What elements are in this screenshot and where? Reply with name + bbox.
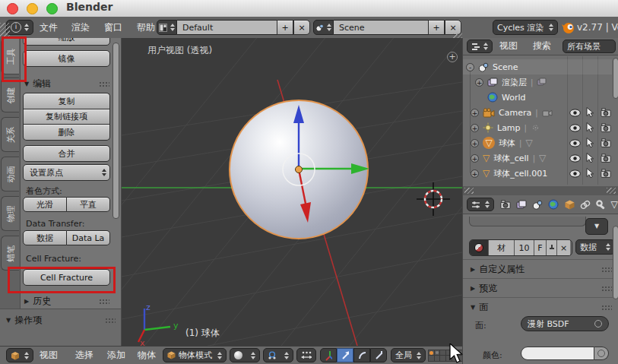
manipulator-scale-toggle[interactable] bbox=[370, 348, 387, 362]
properties-scrollbar[interactable] bbox=[613, 226, 618, 299]
material-fake-user-button[interactable]: F bbox=[534, 240, 546, 255]
expand-icon[interactable]: + bbox=[471, 109, 479, 117]
material-specials-menu[interactable]: ▼ bbox=[585, 218, 608, 235]
panel-grip[interactable] bbox=[601, 305, 612, 310]
color-swatch-field[interactable] bbox=[521, 347, 594, 360]
duplicate-button[interactable]: 复制 bbox=[23, 93, 110, 109]
material-users-button[interactable]: 10 bbox=[514, 240, 534, 255]
outliner-row-sphere[interactable]: + ▽ 球体 | ▽ bbox=[463, 135, 566, 150]
layer-cell[interactable] bbox=[440, 356, 446, 361]
panel-grip[interactable] bbox=[99, 299, 109, 304]
outliner-row-camera[interactable]: + Camera | bbox=[463, 105, 566, 120]
renderability-camera-icon[interactable] bbox=[601, 123, 611, 132]
scene-name-field[interactable]: Scene bbox=[334, 20, 428, 35]
surface-panel-header[interactable]: ▼ 面 bbox=[471, 301, 612, 314]
selectability-cursor-icon[interactable] bbox=[586, 107, 594, 118]
datablock-type-menu[interactable]: 数据 bbox=[575, 239, 615, 255]
preview-panel-header[interactable]: ▶ 预览 bbox=[471, 282, 612, 295]
visibility-eye-icon[interactable] bbox=[569, 169, 581, 178]
expand-icon[interactable]: + bbox=[471, 169, 479, 178]
tab-object[interactable] bbox=[562, 198, 577, 211]
tab-create[interactable]: 创建 bbox=[1, 78, 19, 112]
screen-layout-name-field[interactable]: Default bbox=[177, 20, 277, 35]
selectability-cursor-icon[interactable] bbox=[586, 122, 594, 133]
menu-render[interactable]: 渲染 bbox=[71, 17, 90, 38]
renderability-camera-icon[interactable] bbox=[601, 108, 611, 117]
visibility-eye-icon[interactable] bbox=[569, 154, 581, 163]
visibility-eye-icon[interactable] bbox=[569, 109, 581, 117]
outliner-menu-search[interactable]: 搜索 bbox=[533, 38, 551, 54]
mode-select[interactable]: 物体模式 bbox=[163, 348, 227, 362]
set-origin-dropdown[interactable]: 设置原点 bbox=[23, 164, 110, 181]
panel-grip[interactable] bbox=[105, 318, 116, 323]
tab-world[interactable] bbox=[546, 198, 561, 211]
manipulator-translate-toggle[interactable] bbox=[337, 348, 353, 362]
data-transfer-data-button[interactable]: 数据 bbox=[23, 230, 67, 245]
layer-cell-active[interactable] bbox=[429, 350, 435, 356]
pivot-point-select[interactable] bbox=[263, 348, 293, 362]
screen-layout-browse[interactable] bbox=[157, 20, 177, 35]
menu-view[interactable]: 视图 bbox=[40, 347, 58, 364]
tab-render[interactable] bbox=[498, 198, 513, 211]
expand-icon[interactable]: + bbox=[471, 139, 479, 147]
selectability-cursor-icon[interactable] bbox=[586, 138, 594, 148]
renderability-camera-icon[interactable] bbox=[601, 154, 611, 163]
shade-smooth-button[interactable]: 光滑 bbox=[23, 197, 67, 212]
panel-grip[interactable] bbox=[99, 81, 109, 87]
menu-window[interactable]: 窗口 bbox=[104, 17, 122, 38]
material-unlink-button[interactable]: × bbox=[556, 240, 570, 255]
visibility-eye-icon[interactable] bbox=[569, 124, 581, 132]
resize-corner[interactable] bbox=[607, 188, 616, 194]
outliner-row-renderlayer[interactable]: + 渲染层 | bbox=[463, 74, 612, 90]
expand-icon[interactable]: + bbox=[475, 78, 483, 87]
menu-select[interactable]: 选择 bbox=[75, 347, 93, 364]
resize-corner[interactable] bbox=[0, 23, 10, 36]
selectability-cursor-icon[interactable] bbox=[586, 168, 594, 179]
outliner-row-sphere-cell[interactable]: + ▽ 球体_cell | ▽ bbox=[463, 150, 566, 166]
outliner-scrollbar[interactable] bbox=[613, 58, 618, 99]
mirror-button[interactable]: 镜像 bbox=[23, 50, 110, 67]
menu-file[interactable]: 文件 bbox=[40, 17, 58, 38]
manipulator-axis-toggle[interactable] bbox=[320, 348, 337, 362]
render-engine-select[interactable]: Cycles 渲染 bbox=[493, 20, 558, 35]
proportional-edit-toggle[interactable] bbox=[296, 348, 316, 362]
3d-viewport[interactable]: z y x 用户视图 (透视) (1) 球体 + bbox=[122, 38, 462, 346]
menu-add[interactable]: 添加 bbox=[107, 347, 125, 364]
expand-icon[interactable]: + bbox=[471, 124, 479, 132]
panel-grip[interactable] bbox=[601, 267, 612, 272]
outliner-menu-view[interactable]: 视图 bbox=[499, 38, 518, 54]
collapse-icon[interactable]: - bbox=[466, 63, 474, 71]
tab-object-data[interactable]: ▽ bbox=[610, 198, 618, 211]
outliner-row-world[interactable]: World bbox=[463, 90, 612, 105]
color-socket-button[interactable] bbox=[594, 347, 609, 360]
editor-type-selector-info[interactable]: i bbox=[6, 20, 33, 35]
maximize-window-button[interactable] bbox=[46, 3, 58, 14]
duplicate-linked-button[interactable]: 复制链接项 bbox=[23, 109, 110, 125]
resize-corner[interactable] bbox=[464, 188, 474, 194]
editor-type-selector-outliner[interactable] bbox=[467, 40, 493, 53]
tab-physics[interactable]: 物理 bbox=[1, 196, 19, 231]
zoom-button[interactable]: 缩放 bbox=[23, 38, 110, 46]
tab-tools[interactable]: 工具 bbox=[1, 38, 19, 74]
edit-panel-header[interactable]: ▼ 编辑 bbox=[24, 78, 109, 90]
data-transfer-layout-button[interactable]: Data La bbox=[67, 230, 110, 245]
scene-browse[interactable] bbox=[313, 20, 334, 35]
transform-orientation-select[interactable]: 全局 bbox=[391, 348, 426, 362]
outliner-display-filter[interactable]: 所有场景 bbox=[563, 40, 616, 53]
selectability-cursor-icon[interactable] bbox=[586, 153, 594, 163]
minimize-window-button[interactable] bbox=[27, 3, 38, 14]
scene-delete-button[interactable]: × bbox=[445, 20, 461, 35]
custom-properties-panel-header[interactable]: ▶ 自定义属性 bbox=[471, 263, 612, 276]
layer-cell[interactable] bbox=[435, 350, 441, 356]
layer-cell[interactable] bbox=[435, 356, 441, 361]
surface-shader-select[interactable]: 漫射 BSDF bbox=[521, 316, 609, 331]
manipulator-rotate-toggle[interactable] bbox=[353, 348, 370, 362]
panel-grip[interactable] bbox=[601, 286, 612, 291]
menu-help[interactable]: 帮助 bbox=[137, 17, 155, 38]
layer-cell[interactable] bbox=[440, 350, 446, 356]
tab-scene[interactable] bbox=[530, 198, 545, 211]
join-button[interactable]: 合并 bbox=[23, 145, 110, 162]
material-pin-button[interactable] bbox=[546, 240, 556, 255]
editor-type-selector-properties[interactable] bbox=[467, 198, 494, 211]
operator-panel-header[interactable]: ▼ 操作项 bbox=[6, 314, 116, 327]
